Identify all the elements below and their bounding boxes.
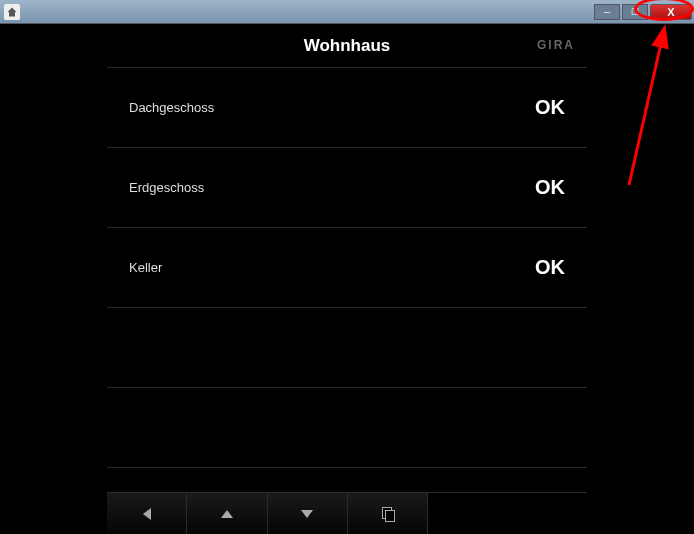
copy-button[interactable]: [348, 493, 428, 534]
app-icon: [4, 4, 20, 20]
list-item-empty[interactable]: [107, 308, 587, 388]
main-panel: Wohnhaus GIRA Dachgeschoss OK Erdgeschos…: [107, 24, 587, 534]
list-item-dachgeschoss[interactable]: Dachgeschoss OK: [107, 68, 587, 148]
app-area: Wohnhaus GIRA Dachgeschoss OK Erdgeschos…: [0, 24, 694, 534]
bottom-toolbar: [107, 492, 587, 534]
room-list: Dachgeschoss OK Erdgeschoss OK Keller OK: [107, 68, 587, 492]
chevron-down-icon: [301, 510, 313, 518]
chevron-up-icon: [221, 510, 233, 518]
list-item-erdgeschoss[interactable]: Erdgeschoss OK: [107, 148, 587, 228]
room-label: Erdgeschoss: [129, 180, 535, 195]
toolbar-spacer: [428, 493, 587, 534]
room-status: OK: [535, 256, 565, 279]
maximize-button[interactable]: ☐: [622, 4, 648, 20]
nav-down-button[interactable]: [268, 493, 348, 534]
brand-logo: GIRA: [537, 38, 575, 52]
window-titlebar: ─ ☐ X: [0, 0, 694, 24]
room-status: OK: [535, 96, 565, 119]
room-label: Keller: [129, 260, 535, 275]
panel-header: Wohnhaus GIRA: [107, 24, 587, 68]
room-status: OK: [535, 176, 565, 199]
list-item-empty[interactable]: [107, 388, 587, 468]
nav-up-button[interactable]: [187, 493, 267, 534]
close-button[interactable]: X: [650, 4, 692, 20]
nav-back-button[interactable]: [107, 493, 187, 534]
chevron-left-icon: [143, 508, 151, 520]
minimize-button[interactable]: ─: [594, 4, 620, 20]
page-title: Wohnhaus: [107, 36, 587, 56]
copy-icon: [382, 507, 394, 521]
list-item-keller[interactable]: Keller OK: [107, 228, 587, 308]
room-label: Dachgeschoss: [129, 100, 535, 115]
